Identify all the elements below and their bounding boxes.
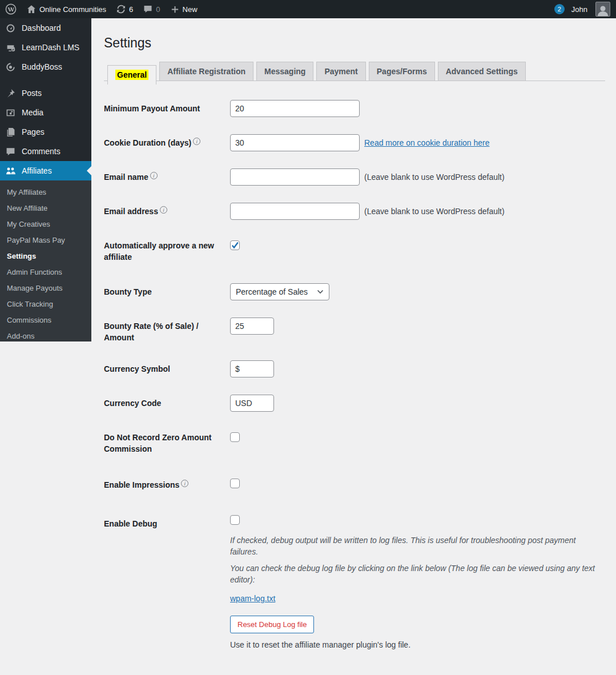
form-row: Cookie Duration (days) Read more on cook… xyxy=(104,134,605,151)
admin-sidebar: Dashboard LearnDash LMS BuddyBoss Posts … xyxy=(0,18,91,341)
email-name-note: (Leave blank to use WordPress default) xyxy=(364,172,505,182)
sidebar-item-label: Dashboard xyxy=(22,23,61,33)
tab-affiliate-registration[interactable]: Affiliate Registration xyxy=(159,62,253,81)
affiliates-submenu: My Affiliates New Affiliate My Creatives… xyxy=(0,180,91,341)
cookie-duration-input[interactable] xyxy=(230,134,360,151)
sidebar-item-label: Posts xyxy=(22,89,42,98)
form-row: Bounty Rate (% of Sale) / Amount xyxy=(104,318,605,343)
site-name-menu[interactable]: Online Communities xyxy=(22,0,111,18)
cookie-duration-label: Cookie Duration (days) xyxy=(104,134,230,151)
form-row: Minimum Payout Amount xyxy=(104,100,605,117)
form-row: Email address (Leave blank to use WordPr… xyxy=(104,203,605,220)
tab-pages-forms[interactable]: Pages/Forms xyxy=(369,62,435,81)
submenu-item-my-affiliates[interactable]: My Affiliates xyxy=(0,184,91,200)
admin-bar: Online Communities 6 0 New 2 John xyxy=(0,0,616,18)
page-title: Settings xyxy=(104,31,605,59)
site-name: Online Communities xyxy=(39,5,106,14)
wordpress-logo-menu[interactable] xyxy=(0,0,22,18)
currency-code-input[interactable] xyxy=(230,395,274,412)
updates-count: 6 xyxy=(129,5,133,14)
form-row: Currency Symbol xyxy=(104,360,605,377)
learndash-icon xyxy=(5,43,16,53)
currency-symbol-input[interactable] xyxy=(230,360,274,377)
submenu-item-commissions[interactable]: Commissions xyxy=(0,312,91,328)
yellow-highlight-annotation: General xyxy=(115,70,148,80)
dashboard-icon xyxy=(5,23,16,33)
email-name-input[interactable] xyxy=(230,168,360,186)
sidebar-item-label: Media xyxy=(22,108,43,117)
bounty-rate-input[interactable] xyxy=(230,318,274,335)
chevron-down-icon xyxy=(317,290,324,294)
updates-menu[interactable]: 6 xyxy=(111,0,138,18)
updates-icon xyxy=(116,5,126,14)
auto-approve-label: Automatically approve a new affiliate xyxy=(104,237,230,263)
email-name-label: Email name xyxy=(104,168,230,186)
sidebar-item-label: BuddyBoss xyxy=(22,62,62,71)
submenu-item-new-affiliate[interactable]: New Affiliate xyxy=(0,200,91,216)
account-menu[interactable]: John xyxy=(570,0,611,18)
general-settings-form: Minimum Payout Amount Cookie Duration (d… xyxy=(104,100,605,675)
debug-log-link[interactable]: wpam-log.txt xyxy=(230,594,275,603)
email-address-label: Email address xyxy=(104,203,230,220)
main-content: Settings General Affiliate Registration … xyxy=(91,18,616,675)
submenu-item-click-tracking[interactable]: Click Tracking xyxy=(0,296,91,312)
info-icon[interactable] xyxy=(181,480,188,487)
form-row: Enable Impressions xyxy=(104,476,605,493)
enable-debug-label: Enable Debug xyxy=(104,515,230,603)
sidebar-item-comments[interactable]: Comments xyxy=(0,142,91,161)
pin-icon xyxy=(5,89,16,98)
currency-code-label: Currency Code xyxy=(104,395,230,412)
info-icon[interactable] xyxy=(193,138,200,145)
submenu-item-paypal-mass-pay[interactable]: PayPal Mass Pay xyxy=(0,232,91,248)
tab-general[interactable]: General xyxy=(107,65,156,85)
sidebar-item-dashboard[interactable]: Dashboard xyxy=(0,18,91,38)
media-icon xyxy=(5,108,16,118)
sidebar-item-posts[interactable]: Posts xyxy=(0,83,91,103)
minimum-payout-amount-label: Minimum Payout Amount xyxy=(104,100,230,117)
submenu-item-admin-functions[interactable]: Admin Functions xyxy=(0,264,91,280)
avatar-silhouette-icon xyxy=(597,5,609,16)
sidebar-item-label: LearnDash LMS xyxy=(22,43,79,52)
info-icon[interactable] xyxy=(150,172,158,179)
home-icon xyxy=(27,5,36,14)
sidebar-item-pages[interactable]: Pages xyxy=(0,122,91,142)
sidebar-item-buddyboss[interactable]: BuddyBoss xyxy=(0,57,91,77)
bounty-type-label: Bounty Type xyxy=(104,283,230,300)
buddyboss-icon xyxy=(5,62,16,72)
bounty-type-select[interactable]: Percentage of Sales xyxy=(230,283,329,300)
cookie-duration-link[interactable]: Read more on cookie duration here xyxy=(364,138,489,147)
email-address-input[interactable] xyxy=(230,203,360,220)
form-row: Do Not Record Zero Amount Commission xyxy=(104,429,605,455)
submenu-item-add-ons[interactable]: Add-ons xyxy=(0,328,91,341)
new-content-menu[interactable]: New xyxy=(166,0,203,18)
username: John xyxy=(571,5,587,14)
avatar xyxy=(595,2,610,17)
notification-badge[interactable]: 2 xyxy=(554,4,565,14)
email-address-note: (Leave blank to use WordPress default) xyxy=(364,207,505,216)
tab-messaging[interactable]: Messaging xyxy=(256,62,313,81)
submenu-item-manage-payouts[interactable]: Manage Payouts xyxy=(0,280,91,296)
sidebar-item-affiliates[interactable]: Affiliates xyxy=(0,161,91,180)
submenu-item-settings[interactable]: Settings xyxy=(0,248,91,264)
settings-tabbar: General Affiliate Registration Messaging… xyxy=(104,62,605,81)
zero-amount-checkbox[interactable] xyxy=(230,432,240,442)
auto-approve-checkbox[interactable] xyxy=(230,240,240,250)
reset-debug-log-button[interactable]: Reset Debug Log file xyxy=(230,616,314,633)
zero-amount-label: Do Not Record Zero Amount Commission xyxy=(104,429,230,455)
comment-icon xyxy=(5,147,16,156)
enable-impressions-label: Enable Impressions xyxy=(104,476,230,493)
tab-advanced-settings[interactable]: Advanced Settings xyxy=(438,62,526,81)
enable-impressions-checkbox[interactable] xyxy=(230,479,240,488)
currency-symbol-label: Currency Symbol xyxy=(104,360,230,377)
tab-payment[interactable]: Payment xyxy=(316,62,365,81)
sidebar-item-learndash[interactable]: LearnDash LMS xyxy=(0,38,91,57)
minimum-payout-amount-input[interactable] xyxy=(230,100,360,117)
bounty-rate-label: Bounty Rate (% of Sale) / Amount xyxy=(104,318,230,343)
enable-debug-checkbox[interactable] xyxy=(230,515,240,525)
comments-menu[interactable]: 0 xyxy=(138,0,165,18)
form-row: Currency Code xyxy=(104,395,605,412)
form-row: Automatically approve a new affiliate xyxy=(104,237,605,263)
info-icon[interactable] xyxy=(160,206,167,214)
sidebar-item-media[interactable]: Media xyxy=(0,103,91,122)
submenu-item-my-creatives[interactable]: My Creatives xyxy=(0,216,91,232)
